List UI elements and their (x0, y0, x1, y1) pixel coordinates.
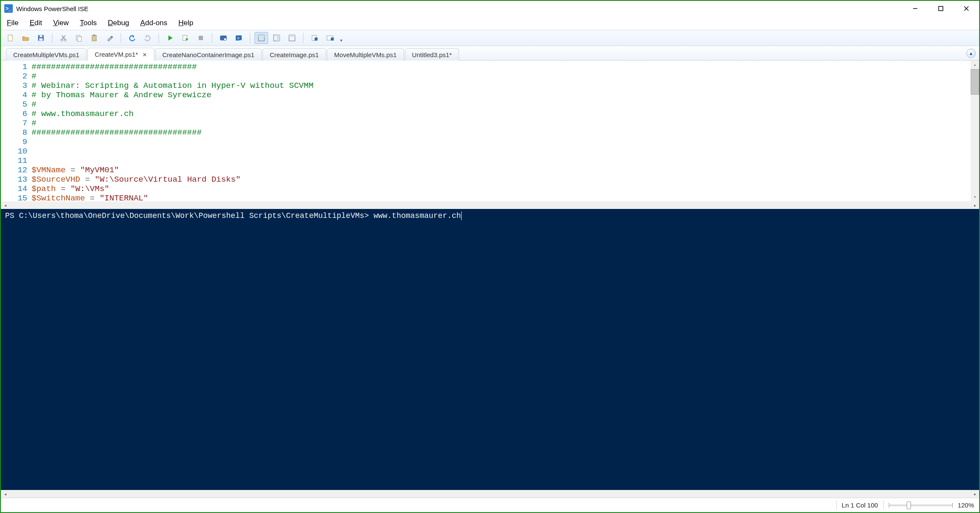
minimize-button[interactable] (902, 1, 928, 16)
svg-rect-25 (277, 35, 280, 41)
console-horizontal-scrollbar[interactable]: ◂ ▸ (1, 490, 979, 498)
show-script-pane-top-button[interactable] (254, 32, 268, 44)
zoom-slider[interactable] (889, 504, 953, 506)
console-input[interactable]: www.thomasmaurer.ch (373, 212, 461, 220)
open-file-button[interactable] (19, 32, 32, 44)
redo-button[interactable] (141, 32, 154, 44)
show-command-window-button[interactable] (323, 32, 337, 44)
menubar: File Edit View Tools Debug Add-ons Help (1, 16, 979, 30)
statusbar: Ln 1 Col 100 120% (1, 498, 979, 512)
file-tab[interactable]: MoveMultipleVMs.ps1 (327, 48, 404, 61)
svg-rect-15 (93, 35, 95, 36)
new-remote-tab-button[interactable] (217, 32, 230, 44)
save-button[interactable] (34, 32, 48, 44)
text-cursor (461, 212, 462, 220)
toolbar: >_ ▾ (1, 30, 979, 46)
console-prompt: PS C:\Users\thoma\OneDrive\Documents\Wor… (5, 212, 373, 220)
scroll-left-icon[interactable]: ◂ (1, 490, 9, 498)
run-selection-button[interactable] (179, 32, 192, 44)
zoom-level: 120% (958, 501, 974, 509)
tab-label: CreateVM.ps1* (95, 51, 138, 58)
tab-label: CreateNanoContainerImage.ps1 (162, 51, 254, 58)
tab-label: MoveMultipleVMs.ps1 (334, 51, 397, 58)
window-controls (902, 1, 979, 16)
menu-tools[interactable]: Tools (77, 18, 99, 28)
svg-text:>_: >_ (237, 36, 242, 41)
file-tab[interactable]: Untitled3.ps1* (405, 48, 459, 61)
paste-button[interactable] (87, 32, 101, 44)
undo-button[interactable] (125, 32, 139, 44)
svg-rect-14 (92, 35, 96, 41)
scroll-up-icon[interactable]: ▴ (971, 61, 979, 69)
svg-rect-13 (78, 37, 81, 41)
clear-button[interactable] (103, 32, 116, 44)
show-script-pane-right-button[interactable] (270, 32, 283, 44)
menu-addons[interactable]: Add-ons (138, 18, 170, 28)
titlebar: >_ Windows PowerShell ISE (1, 1, 979, 16)
scroll-right-icon[interactable]: ▸ (971, 201, 979, 209)
scroll-right-icon[interactable]: ▸ (971, 490, 979, 498)
menu-help[interactable]: Help (176, 18, 196, 28)
new-file-button[interactable] (3, 32, 17, 44)
cut-button[interactable] (57, 32, 70, 44)
copy-button[interactable] (72, 32, 86, 44)
tabstrip: CreateMultipleVMs.ps1CreateVM.ps1*✕Creat… (1, 46, 979, 61)
app-window: >_ Windows PowerShell ISE File Edit View… (0, 0, 980, 513)
app-icon: >_ (4, 4, 13, 13)
svg-rect-6 (40, 35, 42, 37)
zoom-thumb[interactable] (907, 501, 911, 509)
stop-button[interactable] (194, 32, 208, 44)
editor-vertical-scrollbar[interactable]: ▴ ▾ (971, 61, 979, 201)
app-title: Windows PowerShell ISE (16, 5, 88, 12)
run-script-button[interactable] (163, 32, 177, 44)
svg-rect-23 (258, 35, 264, 38)
close-tab-icon[interactable]: ✕ (142, 52, 147, 58)
svg-rect-29 (315, 38, 318, 41)
file-tab[interactable]: CreateNanoContainerImage.ps1 (155, 48, 262, 61)
svg-rect-7 (39, 38, 43, 41)
tab-label: Untitled3.ps1* (412, 51, 452, 58)
menu-edit[interactable]: Edit (27, 18, 44, 28)
scroll-thumb[interactable] (971, 69, 979, 95)
cursor-position: Ln 1 Col 100 (842, 501, 878, 509)
close-button[interactable] (954, 1, 979, 16)
console-pane[interactable]: PS C:\Users\thoma\OneDrive\Documents\Wor… (1, 209, 979, 490)
maximize-button[interactable] (928, 1, 954, 16)
file-tab[interactable]: CreateMultipleVMs.ps1 (6, 48, 87, 61)
show-command-addon-button[interactable] (308, 32, 321, 44)
svg-point-19 (224, 38, 226, 41)
scroll-left-icon[interactable]: ◂ (1, 201, 9, 209)
file-tab[interactable]: CreateVM.ps1*✕ (87, 48, 154, 61)
collapse-script-pane-button[interactable]: ▲ (966, 49, 976, 58)
script-editor[interactable]: 123456789101112131415 ##################… (1, 61, 979, 201)
scroll-down-icon[interactable]: ▾ (971, 193, 979, 201)
menu-debug[interactable]: Debug (105, 18, 132, 28)
toolbar-overflow-icon[interactable]: ▾ (340, 38, 342, 44)
tab-label: CreateImage.ps1 (270, 51, 319, 58)
menu-view[interactable]: View (51, 18, 72, 28)
line-number-gutter: 123456789101112131415 (1, 61, 32, 201)
svg-rect-31 (331, 38, 334, 41)
editor-horizontal-scrollbar[interactable]: ◂ ▸ (1, 201, 979, 209)
svg-rect-17 (199, 36, 203, 40)
code-content[interactable]: #################################### Web… (32, 61, 971, 201)
start-powershell-button[interactable]: >_ (232, 32, 246, 44)
show-script-pane-max-button[interactable] (285, 32, 299, 44)
file-tab[interactable]: CreateImage.ps1 (263, 48, 326, 61)
tab-label: CreateMultipleVMs.ps1 (13, 51, 79, 58)
svg-rect-1 (939, 6, 943, 11)
menu-file[interactable]: File (4, 18, 21, 28)
svg-rect-27 (289, 35, 295, 37)
